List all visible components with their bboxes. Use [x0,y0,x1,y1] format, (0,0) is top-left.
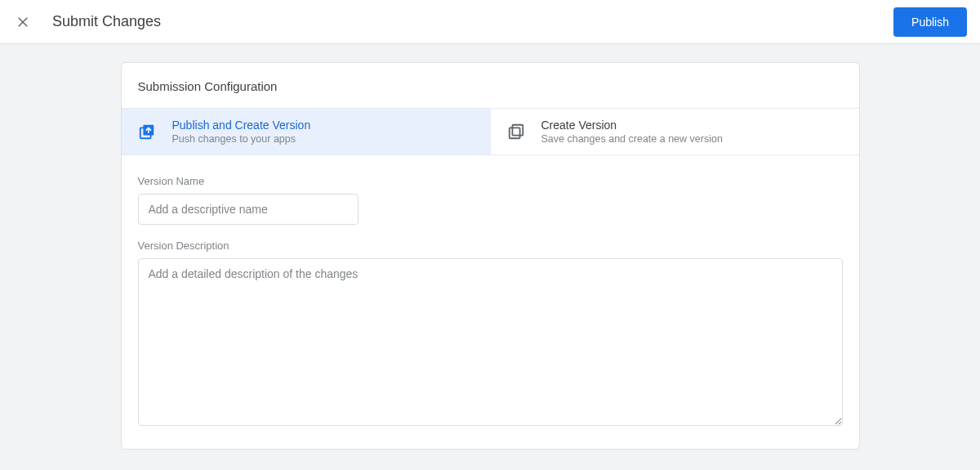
version-description-label: Version Description [138,239,843,252]
options-row: Publish and Create Version Push changes … [122,109,859,155]
option-title: Create Version [541,119,723,132]
version-name-input[interactable] [138,194,359,225]
submission-card: Submission Configuration Publish and Cre… [121,62,860,450]
publish-button[interactable]: Publish [893,7,967,37]
card-title: Submission Configuration [122,63,859,109]
close-icon [16,15,30,29]
option-text: Publish and Create Version Push changes … [172,119,311,145]
version-description-input[interactable] [138,258,843,426]
header: Submit Changes Publish [0,0,980,44]
option-subtitle: Save changes and create a new version [541,133,723,145]
option-publish-and-create-version[interactable]: Publish and Create Version Push changes … [122,109,490,154]
close-button[interactable] [13,12,33,32]
header-left: Submit Changes [13,12,161,32]
form-area: Version Name Version Description [122,155,859,449]
svg-rect-5 [512,125,523,136]
main: Submission Configuration Publish and Cre… [0,44,980,450]
svg-rect-4 [509,128,519,138]
option-title: Publish and Create Version [172,119,311,132]
option-create-version[interactable]: Create Version Save changes and create a… [490,109,859,154]
page-title: Submit Changes [52,13,161,30]
version-name-label: Version Name [138,175,843,187]
option-text: Create Version Save changes and create a… [541,119,723,145]
publish-upload-icon [138,123,156,141]
option-subtitle: Push changes to your apps [172,133,311,145]
version-copy-icon [507,123,525,141]
